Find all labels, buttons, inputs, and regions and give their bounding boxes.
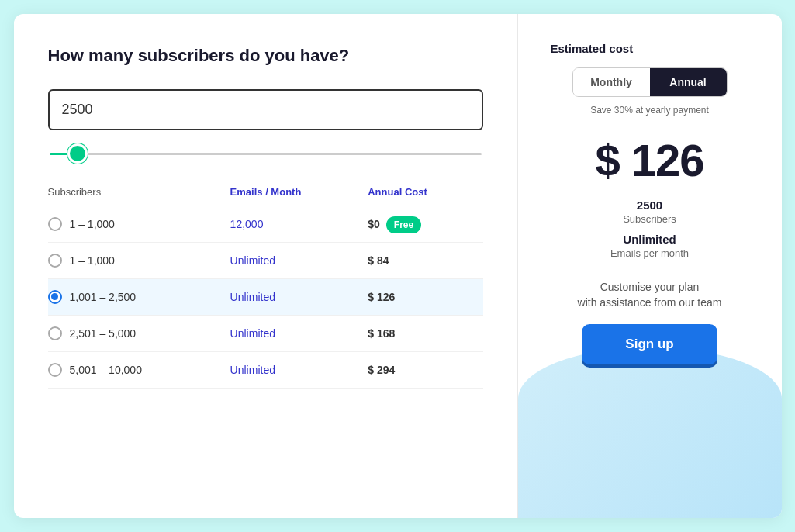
col-header-subscribers: Subscribers (48, 186, 230, 206)
unlimited-label: Unlimited (623, 233, 676, 246)
col-header-cost: Annual Cost (368, 186, 482, 206)
pricing-table: Subscribers Emails / Month Annual Cost 1… (48, 186, 483, 389)
table-row[interactable]: 1 – 1,000Unlimited$ 84 (48, 242, 483, 278)
radio-button[interactable] (48, 290, 62, 304)
col-header-emails: Emails / Month (230, 186, 368, 206)
emails-cell: 12,000 (230, 206, 368, 242)
subscribers-label: Subscribers (623, 213, 676, 225)
range-label: 2,501 – 5,000 (70, 327, 137, 340)
assistance-text: with assistance from our team (578, 296, 722, 309)
free-badge: Free (386, 216, 421, 233)
monthly-toggle[interactable]: Monthly (573, 68, 650, 96)
cost-cell: $ 126 (368, 291, 395, 303)
subscribers-count: 2500 (637, 199, 662, 212)
range-label: 1 – 1,000 (70, 218, 115, 230)
table-row[interactable]: 1 – 1,00012,000$0Free (48, 206, 483, 242)
subscriber-input[interactable] (48, 89, 483, 130)
customise-text: Customise your plan (600, 281, 700, 293)
price-display: $ 126 (595, 134, 703, 186)
table-row[interactable]: 1,001 – 2,500Unlimited$ 126 (48, 278, 483, 315)
save-text: Save 30% at yearly payment (590, 105, 709, 116)
cost-cell: $ 84 (368, 254, 389, 267)
emails-cell: Unlimited (230, 278, 368, 315)
table-row[interactable]: 2,501 – 5,000Unlimited$ 168 (48, 315, 483, 351)
radio-button[interactable] (48, 254, 62, 268)
right-panel: Estimated cost Monthly Annual Save 30% a… (518, 14, 782, 518)
range-label: 1,001 – 2,500 (70, 291, 137, 303)
subscriber-slider[interactable] (50, 153, 482, 155)
emails-cell: Unlimited (230, 242, 368, 278)
left-panel: How many subscribers do you have? Subscr… (14, 14, 518, 518)
price-value: $ 126 (595, 135, 703, 185)
emails-cell: Unlimited (230, 351, 368, 388)
table-row[interactable]: 5,001 – 10,000Unlimited$ 294 (48, 351, 483, 388)
annual-toggle[interactable]: Annual (650, 68, 727, 96)
slider-container (48, 144, 483, 158)
range-label: 5,001 – 10,000 (70, 364, 142, 376)
question-heading: How many subscribers do you have? (48, 45, 483, 67)
cost-cell: $ 168 (368, 327, 395, 340)
radio-button[interactable] (48, 326, 62, 340)
emails-cell: Unlimited (230, 315, 368, 351)
pricing-container: How many subscribers do you have? Subscr… (14, 14, 782, 518)
estimated-label: Estimated cost (551, 42, 634, 55)
radio-button[interactable] (48, 217, 62, 231)
toggle-group: Monthly Annual (572, 67, 728, 97)
cost-cell: $ 294 (368, 364, 395, 376)
radio-button[interactable] (48, 363, 62, 377)
cost-cell: $0 (368, 218, 380, 230)
range-label: 1 – 1,000 (70, 254, 115, 267)
right-content: Estimated cost Monthly Annual Save 30% a… (543, 42, 757, 364)
right-panel-bg (518, 347, 782, 518)
signup-button[interactable]: Sign up (582, 324, 717, 364)
emails-label: Emails per month (610, 247, 689, 259)
